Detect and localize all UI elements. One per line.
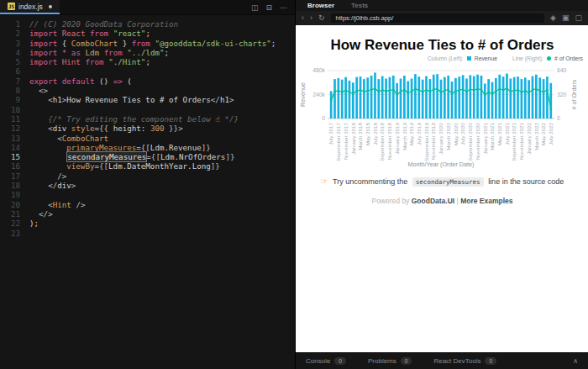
open-new-window-icon[interactable]: ▢: [575, 14, 582, 22]
chart-point[interactable]: [422, 91, 423, 92]
chart-bar[interactable]: [506, 74, 508, 119]
tab-index-js[interactable]: JS index.js: [0, 0, 60, 14]
chart-bar[interactable]: [338, 78, 340, 119]
chart-point[interactable]: [363, 91, 365, 92]
chart-point[interactable]: [440, 92, 442, 93]
chart-point[interactable]: [370, 89, 372, 91]
chart-bar[interactable]: [502, 76, 505, 119]
split-editor-icon[interactable]: ◫: [251, 3, 259, 12]
code-line[interactable]: 7export default () => (: [0, 76, 295, 86]
code-line[interactable]: 20 <Hint />: [0, 200, 295, 209]
chart-point[interactable]: [532, 89, 533, 91]
code-line[interactable]: 1// (C) 2020 GoodData Corporation: [0, 19, 295, 29]
chart-point[interactable]: [502, 89, 504, 91]
chart-bar[interactable]: [543, 79, 545, 119]
react-devtools-tab[interactable]: React DevTools 0: [433, 357, 496, 365]
legend-revenue[interactable]: Revenue: [475, 55, 497, 61]
chart-bar[interactable]: [366, 77, 369, 119]
chart-point[interactable]: [491, 92, 493, 94]
chart-bar[interactable]: [392, 76, 395, 119]
chart-point[interactable]: [378, 91, 380, 92]
chart-bar[interactable]: [447, 76, 449, 119]
chart-bar[interactable]: [333, 79, 336, 119]
chart-bar[interactable]: [498, 75, 501, 119]
chart-point[interactable]: [381, 89, 383, 91]
code-line[interactable]: 5import Hint from "./Hint";: [0, 57, 295, 66]
chart-point[interactable]: [484, 94, 486, 96]
chart-point[interactable]: [333, 90, 335, 92]
chart-point[interactable]: [510, 91, 512, 92]
chart-point[interactable]: [429, 91, 431, 92]
chart-point[interactable]: [403, 89, 405, 91]
chart-point[interactable]: [550, 108, 552, 109]
chart-point[interactable]: [367, 90, 369, 92]
chart-point[interactable]: [495, 90, 496, 92]
combo-chart-svg[interactable]: 0240k480k0320640July 2017September 2017N…: [296, 62, 588, 180]
chart-point[interactable]: [389, 89, 391, 91]
chart-bar[interactable]: [495, 78, 497, 119]
chart-point[interactable]: [414, 88, 416, 90]
chart-point[interactable]: [465, 91, 467, 92]
code-line[interactable]: 14 primaryMeasures={[Ldm.Revenue]}: [0, 143, 295, 152]
chart-bar[interactable]: [487, 79, 490, 119]
editor-layout-icon[interactable]: ⊟: [265, 3, 272, 12]
chart-point[interactable]: [480, 89, 482, 91]
chart-point[interactable]: [425, 89, 427, 91]
chart-point[interactable]: [349, 91, 350, 92]
code-line[interactable]: 10: [0, 105, 295, 114]
chart-point[interactable]: [352, 92, 354, 94]
forward-icon[interactable]: ›: [310, 14, 312, 22]
chart-bar[interactable]: [400, 79, 402, 119]
code-line[interactable]: 19: [0, 190, 295, 199]
chart-bar[interactable]: [480, 76, 483, 119]
collapse-panel-icon[interactable]: ∧: [573, 357, 578, 365]
chart-point[interactable]: [535, 88, 537, 90]
chart-bar[interactable]: [396, 83, 398, 119]
chart-point[interactable]: [451, 92, 453, 94]
chart-point[interactable]: [444, 89, 445, 91]
chart-bar[interactable]: [422, 80, 424, 119]
chart-bar[interactable]: [381, 76, 384, 119]
chart-point[interactable]: [330, 100, 332, 102]
chart-bar[interactable]: [470, 75, 472, 119]
chart-bar[interactable]: [425, 76, 428, 119]
code-line[interactable]: 12 <div style={{ height: 300 }}>: [0, 124, 295, 133]
chart-point[interactable]: [506, 87, 507, 89]
chart-bar[interactable]: [491, 82, 494, 119]
chart-point[interactable]: [454, 90, 456, 92]
chart-point[interactable]: [459, 89, 460, 91]
chart-bar[interactable]: [407, 81, 409, 119]
chart-bar[interactable]: [352, 82, 354, 119]
url-input[interactable]: https://j0ihb.csb.app/: [331, 13, 545, 23]
back-icon[interactable]: ‹: [302, 14, 304, 22]
code-line[interactable]: 17 />: [0, 171, 295, 181]
chart-bar[interactable]: [417, 76, 420, 119]
chart-bar[interactable]: [451, 82, 454, 119]
chart-bar[interactable]: [509, 79, 512, 119]
chart-bar[interactable]: [440, 80, 443, 119]
code-line[interactable]: 9 <h1>How Revenue Ties to # of Orders</h…: [0, 95, 295, 104]
chart-point[interactable]: [473, 89, 475, 91]
code-line[interactable]: 21 </>: [0, 209, 295, 219]
chart-bar[interactable]: [377, 79, 380, 119]
problems-tab[interactable]: Problems 0: [368, 357, 412, 365]
chart-bar[interactable]: [462, 75, 465, 119]
chart-bar[interactable]: [549, 83, 552, 119]
duplicate-preview-icon[interactable]: ▣: [562, 14, 570, 22]
revenue-swatch[interactable]: [467, 56, 471, 61]
chart-bar[interactable]: [546, 76, 549, 119]
chart-bar[interactable]: [436, 74, 438, 119]
chart-point[interactable]: [385, 90, 386, 92]
chart-point[interactable]: [374, 87, 375, 89]
chart-point[interactable]: [341, 91, 343, 92]
chart-point[interactable]: [470, 88, 471, 90]
chart-point[interactable]: [418, 89, 420, 91]
chart-bar[interactable]: [433, 75, 435, 119]
chart-point[interactable]: [338, 90, 339, 92]
chart-point[interactable]: [411, 90, 412, 92]
chart-bar[interactable]: [465, 79, 468, 119]
code-line[interactable]: 8 <>: [0, 86, 295, 95]
chart-bar[interactable]: [458, 76, 460, 119]
chart-bar[interactable]: [344, 77, 347, 119]
tab-browser[interactable]: Browser: [307, 2, 334, 9]
